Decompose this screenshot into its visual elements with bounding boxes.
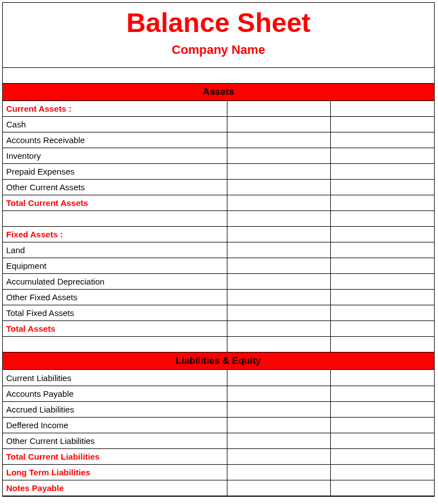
value-cell-a[interactable] <box>227 401 330 417</box>
row-label: Accounts Receivable <box>3 132 227 148</box>
value-cell-b[interactable] <box>331 164 434 180</box>
value-cell-a[interactable] <box>227 227 330 242</box>
value-cell-b[interactable] <box>331 258 434 274</box>
value-cell-a[interactable] <box>227 448 330 464</box>
table-row <box>3 211 434 227</box>
table-row: Notes Payable <box>3 480 434 496</box>
table-row: Accumulated Depreciation <box>3 274 434 290</box>
value-cell-a[interactable] <box>227 117 330 132</box>
row-label: Cash <box>3 117 227 132</box>
value-cell-a[interactable] <box>227 321 330 337</box>
table-row: Current Liabilities <box>3 370 434 386</box>
value-cell-b[interactable] <box>331 211 434 227</box>
value-cell-a[interactable] <box>227 258 330 274</box>
table-row: Total Fixed Assets <box>3 305 434 321</box>
table-row: Other Current Assets <box>3 180 434 195</box>
value-cell-b[interactable] <box>331 464 434 480</box>
value-cell-a[interactable] <box>227 370 330 386</box>
table-row: Inventory <box>3 148 434 164</box>
value-cell-b[interactable] <box>331 290 434 305</box>
value-cell-a[interactable] <box>227 433 330 448</box>
value-cell-a[interactable] <box>227 101 330 117</box>
value-cell-b[interactable] <box>331 448 434 464</box>
table-row: Cash <box>3 117 434 132</box>
row-label: Land <box>3 242 227 258</box>
row-label: Inventory <box>3 148 227 164</box>
value-cell-b[interactable] <box>331 274 434 290</box>
row-label: Deffered Income <box>3 417 227 433</box>
value-cell-b[interactable] <box>331 305 434 321</box>
value-cell-a[interactable] <box>227 417 330 433</box>
row-label: Accrued Liabilities <box>3 401 227 417</box>
value-cell-a[interactable] <box>227 386 330 401</box>
section-header-assets: Assets <box>3 84 434 101</box>
value-cell-a[interactable] <box>227 305 330 321</box>
table-row: Land <box>3 242 434 258</box>
assets-table: Current Assets :CashAccounts ReceivableI… <box>3 101 434 353</box>
company-name: Company Name <box>3 43 434 57</box>
value-cell-a[interactable] <box>227 290 330 305</box>
row-label: Current Liabilities <box>3 370 227 386</box>
row-label: Other Current Liabilities <box>3 433 227 448</box>
value-cell-a[interactable] <box>227 464 330 480</box>
value-cell-b[interactable] <box>331 321 434 337</box>
document-title: Balance Sheet <box>3 8 434 38</box>
table-row: Total Current Liabilities <box>3 448 434 464</box>
value-cell-b[interactable] <box>331 242 434 258</box>
table-row: Accounts Payable <box>3 386 434 401</box>
value-cell-b[interactable] <box>331 227 434 242</box>
value-cell-a[interactable] <box>227 242 330 258</box>
value-cell-a[interactable] <box>227 180 330 195</box>
table-row: Current Assets : <box>3 101 434 117</box>
row-label <box>3 211 227 227</box>
value-cell-b[interactable] <box>331 195 434 211</box>
value-cell-a[interactable] <box>227 132 330 148</box>
table-row: Deffered Income <box>3 417 434 433</box>
row-label: Total Current Liabilities <box>3 448 227 464</box>
table-row: Total Current Assets <box>3 195 434 211</box>
value-cell-b[interactable] <box>331 386 434 401</box>
value-cell-a[interactable] <box>227 274 330 290</box>
row-label: Long Term Liabilities <box>3 464 227 480</box>
section-header-liabilities: Liabilities & Equity <box>3 352 434 370</box>
value-cell-b[interactable] <box>331 180 434 195</box>
value-cell-a[interactable] <box>227 211 330 227</box>
liabilities-table: Current LiabilitiesAccounts PayableAccru… <box>3 370 434 496</box>
table-row: Accounts Receivable <box>3 132 434 148</box>
value-cell-a[interactable] <box>227 337 330 352</box>
value-cell-b[interactable] <box>331 401 434 417</box>
table-row: Other Current Liabilities <box>3 433 434 448</box>
row-label: Total Fixed Assets <box>3 305 227 321</box>
row-label: Accumulated Depreciation <box>3 274 227 290</box>
row-label: Current Assets : <box>3 101 227 117</box>
table-row: Equipment <box>3 258 434 274</box>
value-cell-b[interactable] <box>331 132 434 148</box>
value-cell-b[interactable] <box>331 148 434 164</box>
value-cell-b[interactable] <box>331 117 434 132</box>
value-cell-b[interactable] <box>331 480 434 496</box>
value-cell-a[interactable] <box>227 480 330 496</box>
table-row <box>3 337 434 352</box>
row-label: Total Current Assets <box>3 195 227 211</box>
row-label: Other Current Assets <box>3 180 227 195</box>
value-cell-a[interactable] <box>227 195 330 211</box>
table-row: Other Fixed Assets <box>3 290 434 305</box>
spacer-row <box>3 68 434 84</box>
row-label: Total Assets <box>3 321 227 337</box>
row-label <box>3 337 227 352</box>
table-row: Total Assets <box>3 321 434 337</box>
value-cell-a[interactable] <box>227 148 330 164</box>
title-block: Balance Sheet Company Name <box>3 3 434 68</box>
value-cell-b[interactable] <box>331 337 434 352</box>
value-cell-b[interactable] <box>331 417 434 433</box>
table-row: Fixed Assets : <box>3 227 434 242</box>
row-label: Equipment <box>3 258 227 274</box>
table-row: Prepaid Expenses <box>3 164 434 180</box>
value-cell-a[interactable] <box>227 164 330 180</box>
value-cell-b[interactable] <box>331 433 434 448</box>
value-cell-b[interactable] <box>331 101 434 117</box>
row-label: Other Fixed Assets <box>3 290 227 305</box>
row-label: Fixed Assets : <box>3 227 227 242</box>
value-cell-b[interactable] <box>331 370 434 386</box>
table-row: Long Term Liabilities <box>3 464 434 480</box>
